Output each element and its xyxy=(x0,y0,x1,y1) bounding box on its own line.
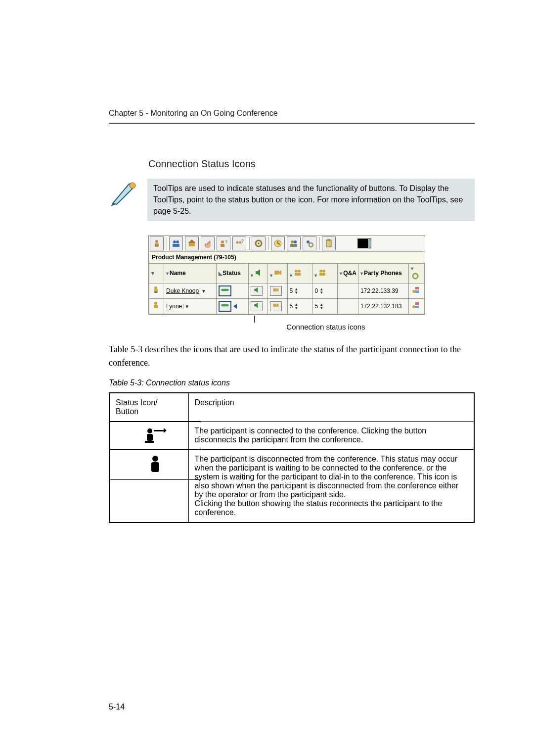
connected-status-icon xyxy=(110,422,201,449)
row-settings-icon[interactable] xyxy=(411,289,420,296)
hand-icon[interactable] xyxy=(201,236,215,250)
col-group2[interactable] xyxy=(312,263,338,283)
svg-marker-7 xyxy=(188,239,196,243)
participant-single-icon[interactable] xyxy=(150,236,164,250)
svg-point-3 xyxy=(173,240,176,243)
clipboard-icon[interactable] xyxy=(322,236,336,250)
section-title: Connection Status Icons xyxy=(148,158,475,170)
svg-marker-53 xyxy=(277,303,279,307)
table-desc-cell: The participant is connected to the conf… xyxy=(188,421,474,449)
note-text: ToolTips are used to indicate statuses a… xyxy=(147,179,475,221)
svg-point-27 xyxy=(295,270,298,273)
disconnected-status-icon xyxy=(110,449,201,480)
svg-point-1 xyxy=(155,240,158,243)
svg-point-20 xyxy=(307,240,310,243)
col-party-phones[interactable]: Party Phones xyxy=(358,263,408,283)
col-name[interactable]: Name xyxy=(164,263,217,283)
svg-rect-47 xyxy=(154,305,158,308)
dropdown-icon[interactable]: ▼ xyxy=(200,288,207,294)
gear-group-icon[interactable] xyxy=(252,236,266,250)
col-group1[interactable] xyxy=(287,263,312,283)
conference-title: Product Management (79-105) xyxy=(149,252,425,263)
col-qa[interactable]: Q&A xyxy=(338,263,358,283)
user-icon xyxy=(151,304,160,311)
svg-rect-29 xyxy=(295,273,301,276)
svg-point-39 xyxy=(226,288,229,291)
audio-button[interactable] xyxy=(251,286,263,296)
table-desc-cell: The participant is disconnected from the… xyxy=(188,449,474,522)
group-icon[interactable] xyxy=(169,236,183,250)
svg-point-31 xyxy=(322,270,325,273)
count-spinner[interactable]: 0▲▼ xyxy=(314,287,323,294)
clock-icon[interactable] xyxy=(271,236,285,250)
svg-point-8 xyxy=(221,240,224,243)
svg-rect-45 xyxy=(415,290,419,293)
home-icon[interactable] xyxy=(185,236,199,250)
dropdown-icon[interactable]: ▼ xyxy=(183,304,190,309)
col-settings[interactable] xyxy=(408,263,424,283)
participant-name-link[interactable]: Lynne xyxy=(166,303,182,310)
svg-rect-44 xyxy=(415,287,419,289)
count-spinner[interactable]: 5▲▼ xyxy=(314,303,323,310)
party-phone-cell: 172.22.132.183 xyxy=(358,298,408,314)
svg-marker-40 xyxy=(254,287,258,292)
row-settings-icon[interactable] xyxy=(411,304,420,311)
status-connected-button[interactable] xyxy=(219,285,231,296)
svg-rect-19 xyxy=(290,244,297,247)
svg-point-30 xyxy=(319,270,322,273)
note-icon xyxy=(109,179,138,208)
status-indicator-icon xyxy=(233,304,237,309)
body-paragraph: Table 5-3 describes the icons that are u… xyxy=(109,343,475,370)
svg-point-4 xyxy=(176,240,179,243)
svg-rect-59 xyxy=(154,430,164,431)
svg-point-0 xyxy=(130,183,135,189)
panel-caption: Connection status icons xyxy=(188,323,464,331)
settings-group-icon[interactable] xyxy=(303,236,316,250)
question-users-icon[interactable]: ? xyxy=(232,236,246,250)
table-row: Lynne▼ 5▲▼ 5▲▼ 172.22.132.183 xyxy=(149,298,425,314)
svg-marker-26 xyxy=(279,270,281,275)
color-swatch[interactable] xyxy=(357,238,371,248)
col-status[interactable]: ◣Status xyxy=(217,263,249,283)
col-video[interactable] xyxy=(268,263,287,283)
party-phone-cell: 172.22.133.39 xyxy=(358,283,408,298)
svg-point-43 xyxy=(412,290,415,293)
status-icons-table: Status Icon/ Button Description The part… xyxy=(109,392,475,523)
people-alt-icon[interactable] xyxy=(287,236,301,250)
svg-rect-56 xyxy=(415,306,419,308)
page-number: 5-14 xyxy=(109,703,125,711)
svg-point-54 xyxy=(412,305,415,308)
lock-icon xyxy=(151,289,160,296)
svg-rect-52 xyxy=(273,303,277,306)
svg-rect-6 xyxy=(189,242,195,246)
svg-rect-58 xyxy=(147,434,153,441)
svg-point-11 xyxy=(236,241,239,243)
col-sort[interactable]: ▾ xyxy=(149,263,164,283)
col-audio[interactable] xyxy=(249,263,268,283)
svg-text:?: ? xyxy=(225,239,227,244)
svg-point-62 xyxy=(152,456,158,462)
qa-spinner[interactable]: 5▲▼ xyxy=(290,287,299,294)
svg-marker-42 xyxy=(277,288,279,292)
video-button[interactable] xyxy=(270,286,282,296)
svg-rect-63 xyxy=(151,462,159,472)
svg-rect-5 xyxy=(173,244,179,247)
participant-name-link[interactable]: Duke Knoop xyxy=(166,287,199,294)
participant-panel: ? ? Product Management (79-105) xyxy=(148,235,425,315)
status-connected-button[interactable] xyxy=(219,301,231,312)
table-row: Duke Knoop▼ 5▲▼ 0▲▼ 172.22.133.39 xyxy=(149,283,425,298)
svg-rect-36 xyxy=(155,291,157,293)
svg-rect-55 xyxy=(415,302,419,305)
svg-point-28 xyxy=(298,270,301,273)
svg-point-18 xyxy=(294,240,297,243)
qa-spinner[interactable]: 5▲▼ xyxy=(290,303,299,310)
svg-point-46 xyxy=(154,302,157,305)
audio-button[interactable] xyxy=(251,301,263,311)
panel-toolbar: ? ? xyxy=(149,236,425,252)
svg-point-17 xyxy=(291,240,294,243)
question-user-icon[interactable]: ? xyxy=(217,236,230,250)
video-button[interactable] xyxy=(270,301,282,311)
svg-rect-61 xyxy=(145,441,154,443)
svg-point-21 xyxy=(309,243,313,247)
svg-point-33 xyxy=(413,274,418,279)
